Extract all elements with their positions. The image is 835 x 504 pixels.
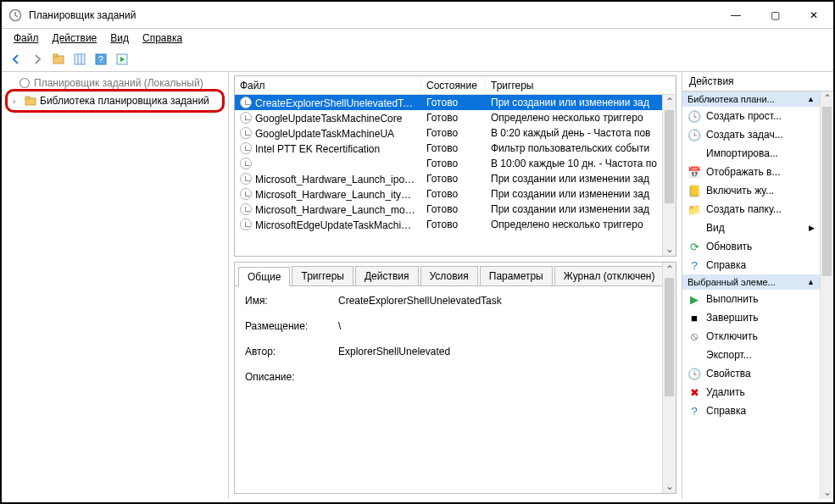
toolbar-up-button[interactable] [49, 50, 68, 69]
prop-name-value: CreateExplorerShellUnelevatedTask [338, 295, 665, 307]
detail-tabs: Общие Триггеры Действия Условия Параметр… [235, 263, 676, 286]
table-row[interactable]: Microsoft_Hardware_Launch_ipoint_...Гото… [235, 171, 676, 186]
minimize-button[interactable]: — [716, 2, 755, 29]
nav-back-button[interactable] [7, 50, 25, 69]
menu-view[interactable]: Вид [103, 30, 136, 46]
action--[interactable]: 🕓Создать прост... [682, 107, 820, 125]
action--[interactable]: Импортирова... [682, 144, 820, 163]
table-row[interactable]: CreateExplorerShellUnelevatedTaskГотовоП… [235, 95, 676, 110]
clock-icon [240, 97, 252, 108]
tab-conditions[interactable]: Условия [420, 266, 478, 285]
tab-actions[interactable]: Действия [355, 266, 419, 285]
actions-header: Действия [682, 72, 833, 91]
menu-action[interactable]: Действие [46, 30, 104, 46]
table-row[interactable]: Microsoft_Hardware_Launch_itype_exeГотов… [235, 186, 676, 202]
svg-rect-11 [25, 97, 30, 99]
toolbar-columns-button[interactable] [70, 50, 89, 69]
table-row[interactable]: GoogleUpdateTaskMachineCoreГотовоОпредел… [235, 110, 676, 125]
action--[interactable]: 🕒Создать задач... [682, 125, 820, 144]
tab-settings[interactable]: Параметры [480, 266, 553, 285]
prop-desc-label: Описание: [245, 371, 338, 383]
action--[interactable]: 📁Создать папку... [682, 200, 820, 219]
svg-point-9 [20, 79, 30, 88]
action--[interactable]: 📅Отображать в... [682, 163, 820, 181]
prop-location-label: Размещение: [245, 320, 338, 332]
chevron-up-icon: ▲ [807, 95, 815, 103]
none-icon [687, 221, 701, 235]
task-list: Файл Состояние Триггеры CreateExplorerSh… [234, 75, 676, 257]
play-icon: ▶ [687, 292, 701, 306]
clock-plus-icon: 🕓 [687, 109, 701, 123]
toolbar-run-button[interactable] [113, 50, 131, 69]
menu-help[interactable]: Справка [136, 30, 189, 46]
close-button[interactable]: ✕ [794, 2, 833, 29]
prop-location-value: \ [338, 320, 665, 332]
clock-icon [240, 188, 252, 200]
task-list-scrollbar[interactable]: ⌃ ⌄ [662, 95, 676, 256]
prop-author-label: Автор: [245, 346, 338, 357]
center-panel: Файл Состояние Триггеры CreateExplorerSh… [229, 72, 682, 499]
stop-icon: ■ [687, 311, 701, 324]
action--[interactable]: ⦸Отключить [682, 327, 820, 346]
help-icon: ? [687, 258, 701, 272]
menubar: Файл Действие Вид Справка [2, 29, 833, 47]
action--[interactable]: ✖Удалить [682, 383, 820, 402]
chevron-right-icon: › [13, 97, 21, 106]
action--[interactable]: Экспорт... [682, 346, 820, 364]
action--[interactable]: ?Справка [682, 402, 820, 420]
action--[interactable]: ?Справка [682, 256, 820, 274]
scroll-up-icon[interactable]: ⌃ [821, 91, 833, 105]
tree-panel: Планировщик заданий (Локальный) › Библио… [2, 72, 229, 499]
details-scrollbar[interactable]: ⌃ ⌄ [662, 263, 676, 493]
col-file[interactable]: Файл [235, 78, 421, 93]
tree-library[interactable]: › Библиотека планировщика заданий [11, 93, 219, 108]
scroll-down-icon[interactable]: ⌄ [663, 242, 676, 256]
none-icon [687, 147, 701, 160]
table-row[interactable]: Intel PTT EK RecertificationГотовоФильтр… [235, 141, 676, 156]
delete-icon: ✖ [687, 385, 701, 399]
tab-history[interactable]: Журнал (отключен) [554, 266, 665, 285]
action--[interactable]: ■Завершить [682, 308, 820, 327]
titlebar: Планировщик заданий — ▢ ✕ [2, 2, 833, 29]
scroll-thumb[interactable] [822, 107, 832, 276]
tab-triggers[interactable]: Триггеры [292, 266, 353, 285]
action--[interactable]: 🕓Свойства [682, 364, 820, 383]
clock-icon [240, 142, 252, 154]
clock-icon [240, 219, 252, 230]
tab-general[interactable]: Общие [238, 267, 290, 286]
maximize-button[interactable]: ▢ [755, 2, 794, 29]
toolbar: ? [2, 47, 833, 71]
col-state[interactable]: Состояние [421, 78, 486, 93]
actions-group-library[interactable]: Библиотека плани...▲ [682, 91, 820, 107]
menu-file[interactable]: Файл [7, 30, 46, 46]
scroll-up-icon[interactable]: ⌃ [663, 263, 676, 276]
action--[interactable]: ▶Выполнить [682, 290, 820, 308]
action--[interactable]: Вид▶ [682, 219, 820, 237]
table-row[interactable]: Microsoft_Hardware_Launch_mouse...Готово… [235, 202, 676, 217]
chevron-right-icon: ▶ [809, 224, 815, 232]
journal-icon: 📒 [687, 184, 701, 197]
tree-root[interactable]: Планировщик заданий (Локальный) [5, 75, 225, 91]
clock-icon [240, 203, 252, 215]
table-row[interactable]: MicrosoftEdgeUpdateTaskMachineC...Готово… [235, 217, 676, 232]
table-row[interactable]: ГотовоВ 10:00 каждые 10 дн. - Частота по [235, 156, 676, 171]
scroll-up-icon[interactable]: ⌃ [663, 95, 676, 108]
nav-forward-button[interactable] [28, 50, 47, 69]
table-row[interactable]: GoogleUpdateTaskMachineUAГотовоВ 0:20 ка… [235, 125, 676, 141]
scroll-down-icon[interactable]: ⌄ [821, 485, 833, 499]
toolbar-help-button[interactable]: ? [92, 50, 110, 69]
task-details: Общие Триггеры Действия Условия Параметр… [234, 262, 676, 494]
scroll-down-icon[interactable]: ⌄ [663, 479, 676, 493]
action--[interactable]: ⟳Обновить [682, 237, 820, 256]
actions-scrollbar[interactable]: ⌃ ⌄ [820, 91, 833, 499]
actions-panel: Действия Библиотека плани...▲🕓Создать пр… [682, 72, 833, 499]
clock-icon [240, 112, 252, 124]
scroll-thumb[interactable] [665, 110, 674, 203]
action--[interactable]: 📒Включить жу... [682, 181, 820, 200]
col-triggers[interactable]: Триггеры [486, 78, 676, 93]
scroll-thumb[interactable] [665, 278, 674, 396]
disable-icon: ⦸ [687, 330, 701, 343]
actions-group-selected[interactable]: Выбранный элеме...▲ [682, 274, 820, 290]
clock-icon [240, 173, 252, 185]
main: Планировщик заданий (Локальный) › Библио… [2, 71, 833, 499]
